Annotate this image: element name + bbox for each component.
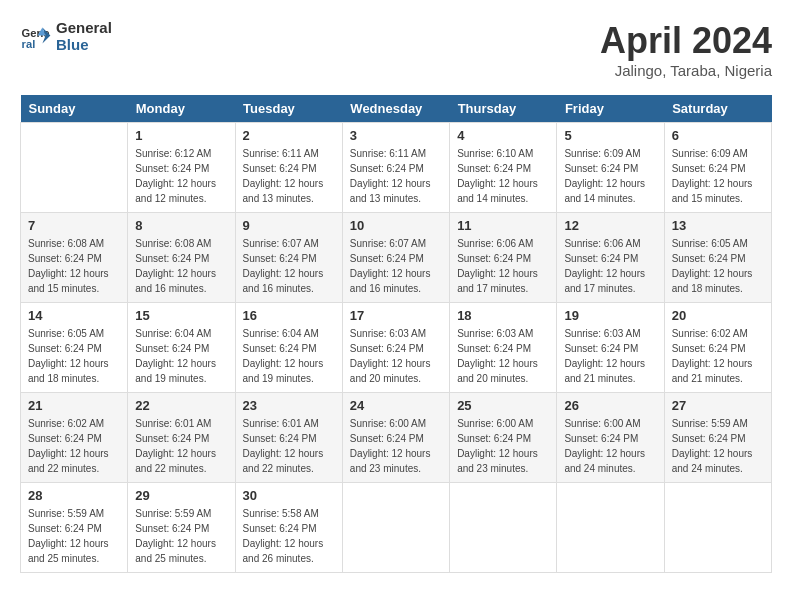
calendar-day-cell: 15Sunrise: 6:04 AMSunset: 6:24 PMDayligh… — [128, 303, 235, 393]
weekday-header-thursday: Thursday — [450, 95, 557, 123]
logo-text-line1: General — [56, 20, 112, 37]
calendar-week-row: 1Sunrise: 6:12 AMSunset: 6:24 PMDaylight… — [21, 123, 772, 213]
day-number: 4 — [457, 128, 549, 143]
day-number: 24 — [350, 398, 442, 413]
day-info: Sunrise: 5:58 AMSunset: 6:24 PMDaylight:… — [243, 506, 335, 566]
day-info: Sunrise: 5:59 AMSunset: 6:24 PMDaylight:… — [672, 416, 764, 476]
calendar-day-cell: 23Sunrise: 6:01 AMSunset: 6:24 PMDayligh… — [235, 393, 342, 483]
day-info: Sunrise: 6:03 AMSunset: 6:24 PMDaylight:… — [564, 326, 656, 386]
month-title: April 2024 — [600, 20, 772, 62]
logo: Gene ral General Blue — [20, 20, 112, 53]
calendar-day-cell: 20Sunrise: 6:02 AMSunset: 6:24 PMDayligh… — [664, 303, 771, 393]
day-number: 25 — [457, 398, 549, 413]
day-info: Sunrise: 6:08 AMSunset: 6:24 PMDaylight:… — [28, 236, 120, 296]
day-info: Sunrise: 6:01 AMSunset: 6:24 PMDaylight:… — [135, 416, 227, 476]
calendar-day-cell — [450, 483, 557, 573]
day-info: Sunrise: 6:03 AMSunset: 6:24 PMDaylight:… — [350, 326, 442, 386]
weekday-header-tuesday: Tuesday — [235, 95, 342, 123]
calendar-day-cell: 13Sunrise: 6:05 AMSunset: 6:24 PMDayligh… — [664, 213, 771, 303]
calendar-day-cell: 11Sunrise: 6:06 AMSunset: 6:24 PMDayligh… — [450, 213, 557, 303]
day-number: 20 — [672, 308, 764, 323]
day-number: 13 — [672, 218, 764, 233]
day-number: 6 — [672, 128, 764, 143]
calendar-day-cell: 8Sunrise: 6:08 AMSunset: 6:24 PMDaylight… — [128, 213, 235, 303]
calendar-day-cell: 22Sunrise: 6:01 AMSunset: 6:24 PMDayligh… — [128, 393, 235, 483]
day-number: 3 — [350, 128, 442, 143]
calendar-day-cell: 17Sunrise: 6:03 AMSunset: 6:24 PMDayligh… — [342, 303, 449, 393]
day-number: 11 — [457, 218, 549, 233]
calendar-day-cell: 5Sunrise: 6:09 AMSunset: 6:24 PMDaylight… — [557, 123, 664, 213]
calendar-day-cell: 1Sunrise: 6:12 AMSunset: 6:24 PMDaylight… — [128, 123, 235, 213]
calendar-day-cell — [21, 123, 128, 213]
day-number: 5 — [564, 128, 656, 143]
day-number: 22 — [135, 398, 227, 413]
day-info: Sunrise: 6:00 AMSunset: 6:24 PMDaylight:… — [457, 416, 549, 476]
weekday-header-sunday: Sunday — [21, 95, 128, 123]
day-number: 30 — [243, 488, 335, 503]
calendar-day-cell: 16Sunrise: 6:04 AMSunset: 6:24 PMDayligh… — [235, 303, 342, 393]
day-number: 15 — [135, 308, 227, 323]
day-info: Sunrise: 6:05 AMSunset: 6:24 PMDaylight:… — [28, 326, 120, 386]
calendar-day-cell: 27Sunrise: 5:59 AMSunset: 6:24 PMDayligh… — [664, 393, 771, 483]
day-number: 23 — [243, 398, 335, 413]
calendar-day-cell: 21Sunrise: 6:02 AMSunset: 6:24 PMDayligh… — [21, 393, 128, 483]
day-number: 2 — [243, 128, 335, 143]
calendar-day-cell: 28Sunrise: 5:59 AMSunset: 6:24 PMDayligh… — [21, 483, 128, 573]
day-info: Sunrise: 6:02 AMSunset: 6:24 PMDaylight:… — [672, 326, 764, 386]
day-number: 28 — [28, 488, 120, 503]
calendar-day-cell: 9Sunrise: 6:07 AMSunset: 6:24 PMDaylight… — [235, 213, 342, 303]
calendar-week-row: 21Sunrise: 6:02 AMSunset: 6:24 PMDayligh… — [21, 393, 772, 483]
day-info: Sunrise: 6:04 AMSunset: 6:24 PMDaylight:… — [135, 326, 227, 386]
calendar-week-row: 28Sunrise: 5:59 AMSunset: 6:24 PMDayligh… — [21, 483, 772, 573]
weekday-header-saturday: Saturday — [664, 95, 771, 123]
calendar-day-cell: 25Sunrise: 6:00 AMSunset: 6:24 PMDayligh… — [450, 393, 557, 483]
calendar-day-cell — [664, 483, 771, 573]
day-number: 21 — [28, 398, 120, 413]
logo-icon: Gene ral — [20, 21, 52, 53]
calendar-day-cell: 10Sunrise: 6:07 AMSunset: 6:24 PMDayligh… — [342, 213, 449, 303]
day-number: 17 — [350, 308, 442, 323]
calendar-day-cell: 14Sunrise: 6:05 AMSunset: 6:24 PMDayligh… — [21, 303, 128, 393]
weekday-header-friday: Friday — [557, 95, 664, 123]
day-number: 18 — [457, 308, 549, 323]
page-header: Gene ral General Blue April 2024 Jalingo… — [20, 20, 772, 79]
day-info: Sunrise: 6:05 AMSunset: 6:24 PMDaylight:… — [672, 236, 764, 296]
day-number: 14 — [28, 308, 120, 323]
calendar-day-cell: 3Sunrise: 6:11 AMSunset: 6:24 PMDaylight… — [342, 123, 449, 213]
day-info: Sunrise: 6:03 AMSunset: 6:24 PMDaylight:… — [457, 326, 549, 386]
day-info: Sunrise: 6:09 AMSunset: 6:24 PMDaylight:… — [672, 146, 764, 206]
weekday-header-row: SundayMondayTuesdayWednesdayThursdayFrid… — [21, 95, 772, 123]
day-info: Sunrise: 6:07 AMSunset: 6:24 PMDaylight:… — [243, 236, 335, 296]
calendar-day-cell: 19Sunrise: 6:03 AMSunset: 6:24 PMDayligh… — [557, 303, 664, 393]
calendar-day-cell: 18Sunrise: 6:03 AMSunset: 6:24 PMDayligh… — [450, 303, 557, 393]
day-info: Sunrise: 6:02 AMSunset: 6:24 PMDaylight:… — [28, 416, 120, 476]
weekday-header-monday: Monday — [128, 95, 235, 123]
calendar-day-cell: 26Sunrise: 6:00 AMSunset: 6:24 PMDayligh… — [557, 393, 664, 483]
day-number: 12 — [564, 218, 656, 233]
day-number: 29 — [135, 488, 227, 503]
calendar-day-cell: 12Sunrise: 6:06 AMSunset: 6:24 PMDayligh… — [557, 213, 664, 303]
calendar-day-cell: 6Sunrise: 6:09 AMSunset: 6:24 PMDaylight… — [664, 123, 771, 213]
day-number: 1 — [135, 128, 227, 143]
day-info: Sunrise: 6:06 AMSunset: 6:24 PMDaylight:… — [564, 236, 656, 296]
calendar-week-row: 7Sunrise: 6:08 AMSunset: 6:24 PMDaylight… — [21, 213, 772, 303]
day-number: 9 — [243, 218, 335, 233]
calendar-day-cell — [557, 483, 664, 573]
day-info: Sunrise: 6:04 AMSunset: 6:24 PMDaylight:… — [243, 326, 335, 386]
day-number: 7 — [28, 218, 120, 233]
day-number: 16 — [243, 308, 335, 323]
day-info: Sunrise: 6:12 AMSunset: 6:24 PMDaylight:… — [135, 146, 227, 206]
location: Jalingo, Taraba, Nigeria — [600, 62, 772, 79]
day-info: Sunrise: 6:09 AMSunset: 6:24 PMDaylight:… — [564, 146, 656, 206]
day-info: Sunrise: 6:07 AMSunset: 6:24 PMDaylight:… — [350, 236, 442, 296]
day-number: 19 — [564, 308, 656, 323]
calendar-day-cell — [342, 483, 449, 573]
calendar-day-cell: 7Sunrise: 6:08 AMSunset: 6:24 PMDaylight… — [21, 213, 128, 303]
calendar-day-cell: 2Sunrise: 6:11 AMSunset: 6:24 PMDaylight… — [235, 123, 342, 213]
day-info: Sunrise: 6:00 AMSunset: 6:24 PMDaylight:… — [564, 416, 656, 476]
day-info: Sunrise: 5:59 AMSunset: 6:24 PMDaylight:… — [28, 506, 120, 566]
day-info: Sunrise: 6:00 AMSunset: 6:24 PMDaylight:… — [350, 416, 442, 476]
day-number: 27 — [672, 398, 764, 413]
calendar-day-cell: 24Sunrise: 6:00 AMSunset: 6:24 PMDayligh… — [342, 393, 449, 483]
calendar-table: SundayMondayTuesdayWednesdayThursdayFrid… — [20, 95, 772, 573]
